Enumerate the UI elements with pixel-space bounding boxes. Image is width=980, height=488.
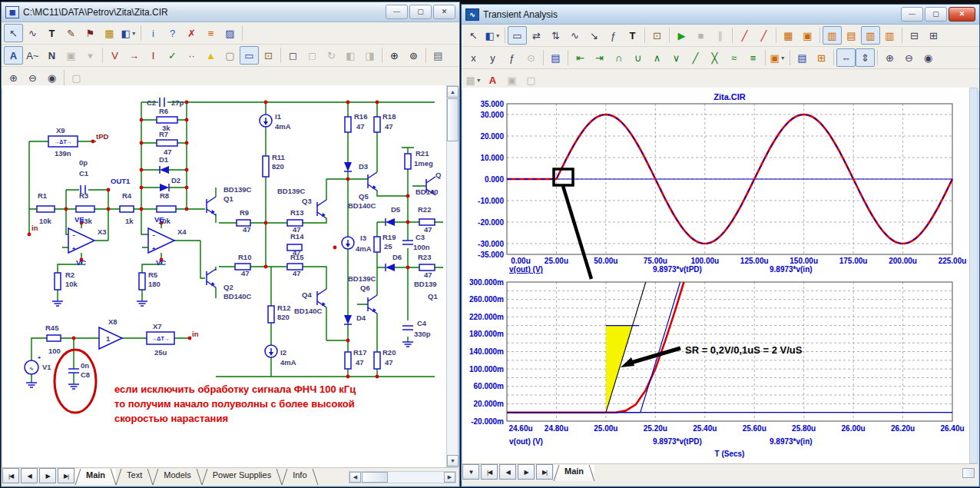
go-right-icon[interactable]: ⇥ (590, 48, 609, 67)
pin-connections-icon[interactable]: → (124, 46, 144, 65)
y-axis-lock-icon[interactable]: ⇕ (856, 48, 875, 67)
go-to-branch-icon[interactable]: ≈ (724, 48, 743, 67)
prev-page-button[interactable]: ◀ (499, 464, 516, 480)
properties-hand-icon[interactable]: ⊡ (259, 46, 278, 65)
scratchpad-icon[interactable]: ▤ (429, 46, 448, 65)
help-icon[interactable]: ? (163, 24, 182, 42)
horizontal-tag-icon[interactable]: ↘ (584, 26, 604, 45)
stop-button[interactable]: ■ (691, 26, 710, 45)
close-button[interactable]: ✕ (433, 5, 455, 19)
bring-front-icon[interactable]: ▣ (502, 71, 521, 89)
edit-limits-icon[interactable]: ▤ (546, 48, 565, 67)
minimize-button[interactable]: — (901, 7, 923, 22)
maximize-button[interactable]: ▢ (925, 7, 947, 22)
schematic-canvas[interactable]: ∿+−+−+→ΔT→→ΔT→X9139ntPDC227pR63kR747D1D2… (2, 85, 446, 467)
pin-dots-icon[interactable]: ·· (182, 46, 201, 65)
text-mode-icon[interactable]: T (623, 26, 642, 45)
first-page-button[interactable]: |◀ (2, 468, 19, 483)
legend-item[interactable]: 9.8973*v(tPD) (653, 437, 702, 446)
show-conditions-icon[interactable]: ✓ (163, 46, 182, 65)
schematic-vscrollbar[interactable]: ▲ ▼ (446, 85, 459, 467)
plot-vscrollbar[interactable] (969, 88, 978, 463)
warning-triangle-icon[interactable]: ▲ (201, 46, 220, 65)
pan-mode-icon[interactable]: ⇄ (527, 26, 546, 45)
font-color-icon[interactable]: A (483, 71, 502, 89)
scroll-up-button[interactable]: ▲ (447, 86, 459, 98)
zoom-in-icon[interactable]: ⊕ (880, 48, 899, 67)
envelope-icon[interactable]: ≡ (743, 48, 763, 67)
tab-info[interactable]: Info (282, 469, 317, 485)
model-check-icon[interactable]: ✗ (182, 24, 201, 42)
wire-mode-icon[interactable]: ∿ (23, 24, 42, 42)
paste-part-icon[interactable]: ▣ (61, 46, 81, 65)
numeric-values-icon[interactable]: ⊞ (812, 48, 831, 67)
zoom-100-icon[interactable]: ◉ (919, 48, 938, 67)
panel-one-icon[interactable]: ▥ (823, 26, 842, 45)
step-box-icon[interactable]: ◻ (303, 46, 322, 65)
close-button[interactable]: ✕ (949, 7, 975, 22)
x-axis-lock-icon[interactable]: ⇔ (836, 48, 856, 67)
grid-text-icon[interactable]: A~ (23, 46, 42, 65)
show-currents-icon[interactable]: I (144, 46, 163, 65)
legend-item[interactable]: v(out) (V) (509, 437, 543, 446)
select-tool[interactable]: ↖ (4, 24, 23, 42)
schematic-titlebar[interactable]: ▦ C:\MC11\DATA\Petrov\Zita\Zita.CIR — ▢ … (2, 2, 459, 22)
legend-item[interactable]: v(out) (V) (509, 265, 543, 274)
analysis-titlebar[interactable]: ∿ Transient Analysis — ▢ ✕ (462, 5, 979, 25)
find-icon[interactable]: ⊚ (404, 46, 423, 65)
select-box-icon[interactable]: ◻ (283, 46, 303, 65)
valley-icon[interactable]: ∪ (628, 48, 647, 67)
pause-button[interactable]: ∥ (710, 26, 730, 45)
component-browser-icon[interactable]: ◧▼ (119, 24, 138, 42)
fx-tag-icon[interactable]: ƒ (604, 26, 623, 45)
mirror-h-icon[interactable]: ◧ (341, 46, 360, 65)
slope-neg-icon[interactable]: ╱ (754, 26, 773, 45)
run-button[interactable]: ▶ (672, 26, 691, 45)
text-mode-icon[interactable]: T (42, 24, 61, 42)
mirror-v-icon[interactable]: ◨ (360, 46, 379, 65)
search-wave-icon[interactable]: ⊕ (385, 46, 404, 65)
slope-pos-icon[interactable]: ╱ (735, 26, 754, 45)
panel-three-icon[interactable]: ▥ (861, 26, 880, 45)
select-tool[interactable]: ↖ (464, 26, 483, 45)
tabbar-resize-handle[interactable] (962, 468, 975, 478)
paste-caret-icon[interactable]: ▾ (81, 46, 100, 65)
picture-tool-icon[interactable]: ▦ (100, 24, 119, 42)
show-voltages-icon[interactable]: V (105, 46, 124, 65)
legend-item[interactable]: 9.8973*v(tPD) (653, 265, 702, 274)
minimize-button[interactable]: — (386, 5, 408, 19)
flag-tool-icon[interactable]: ⚑ (81, 24, 100, 42)
color-palette-icon[interactable]: ▨ (220, 24, 240, 42)
panel-four-icon[interactable]: ▥ (880, 26, 899, 45)
zoom-100-icon[interactable]: ◉ (42, 68, 61, 87)
blank-page-icon[interactable]: ▢ (220, 46, 240, 65)
last-page-button[interactable]: ▶| (58, 468, 74, 483)
first-page-button[interactable]: |◀ (481, 464, 498, 480)
page-view-icon[interactable]: ▢ (67, 68, 86, 87)
tab-main[interactable]: Main (554, 465, 594, 481)
scroll-down-button[interactable]: ▼ (447, 455, 459, 466)
pencil-tool-icon[interactable]: ✎ (61, 24, 81, 42)
next-page-button[interactable]: ▶ (39, 468, 56, 483)
scroll-left-button[interactable]: ◀ (349, 472, 361, 483)
component-cube-icon[interactable]: ◧▼ (483, 26, 502, 45)
tab-power-supplies[interactable]: Power Supplies (202, 469, 282, 485)
tab-text[interactable]: Text (116, 469, 153, 485)
global-high-icon[interactable]: ╳ (705, 48, 724, 67)
tab-models[interactable]: Models (153, 469, 201, 485)
go-left-icon[interactable]: ⇤ (571, 48, 590, 67)
point-tag-icon[interactable]: ∿ (565, 26, 584, 45)
node-numbers-icon[interactable]: N (42, 46, 61, 65)
next-page-button[interactable]: ▶ (518, 464, 535, 480)
transient-plot-area[interactable]: Zita.CIR35.00030.00020.00010.0000.000-10… (462, 88, 969, 463)
peak-icon[interactable]: ∩ (609, 48, 628, 67)
last-page-button[interactable]: ▶| (536, 464, 553, 480)
x-scale-icon[interactable]: x (464, 48, 483, 67)
schematic-hscrollbar[interactable]: ◀ ▶ (349, 471, 456, 483)
inflection-icon[interactable]: ╱ (686, 48, 705, 67)
legend-item[interactable]: 9.8973*v(in) (770, 265, 813, 274)
rotate-icon[interactable]: ↻ (322, 46, 341, 65)
low-icon[interactable]: ∨ (667, 48, 686, 67)
scroll-right-button[interactable]: ▶ (444, 472, 455, 483)
region-enclose-icon[interactable]: ▭ (240, 46, 259, 65)
